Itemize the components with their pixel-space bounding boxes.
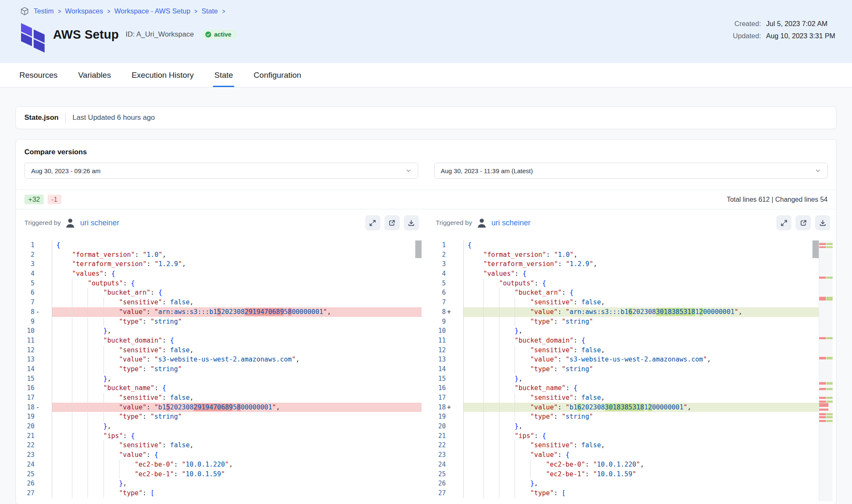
added-lines-badge: +32 [24, 195, 44, 204]
compare-versions-heading: Compare versions [16, 140, 836, 156]
scrollbar-thumb[interactable] [812, 240, 819, 258]
ruler-mark [819, 277, 833, 279]
compare-versions-card: Compare versions Aug 30, 2023 - 09:26 am… [16, 139, 836, 504]
diff-panel-right: Triggered by uri scheiner [431, 209, 833, 501]
ruler-mark [819, 246, 833, 248]
code-line: 11"bucket_domain": { [431, 336, 833, 346]
ruler-mark [819, 297, 833, 301]
workspace-dates: Created: Jul 5, 2023 7:02 AM Updated: Au… [733, 20, 835, 40]
code-line: 14"type": "string" [431, 364, 833, 374]
status-badge: active [202, 29, 237, 40]
workspace-tabs: Resources Variables Execution History St… [0, 63, 852, 87]
ruler-mark [819, 382, 833, 385]
code-line: 18-"value": "b15202308291947068958000000… [19, 403, 422, 412]
total-lines-summary: Total lines 612 | Changed lines 54 [727, 196, 828, 203]
code-editor-left[interactable]: 1{2"format_version": "1.0",3"terraform_v… [19, 240, 422, 501]
code-lines-left: 1{2"format_version": "1.0",3"terraform_v… [19, 240, 422, 498]
created-value: Jul 5, 2023 7:02 AM [766, 20, 835, 28]
code-line: 21"ips": { [19, 431, 422, 441]
code-line: 27"type": [ [431, 488, 833, 498]
download-button[interactable] [404, 215, 419, 230]
state-page: State.json Last Updated 6 hours ago Comp… [0, 87, 852, 504]
state-file-card: State.json Last Updated 6 hours ago [16, 106, 836, 129]
tab-configuration[interactable]: Configuration [254, 63, 301, 87]
code-editor-right[interactable]: 1{2"format_version": "1.0",3"terraform_v… [431, 240, 833, 501]
code-line: 4"values": { [19, 269, 422, 279]
code-line: 9"type": "string" [431, 317, 833, 327]
user-link[interactable]: uri scheiner [80, 219, 119, 227]
breadcrumb-item-workspaces[interactable]: Workspaces [65, 7, 103, 15]
created-label: Created: [733, 20, 761, 28]
download-button[interactable] [815, 215, 830, 230]
breadcrumb-separator: > [107, 8, 110, 15]
version-select-right[interactable]: Aug 30, 2023 - 11:39 am (Latest) [434, 163, 828, 179]
breadcrumb-item-workspace-aws-setup[interactable]: Workspace - AWS Setup [114, 7, 191, 15]
code-line: 16"bucket_name": { [19, 383, 422, 393]
user-avatar-icon [65, 217, 76, 228]
code-line: 16"bucket_name": { [431, 383, 833, 393]
breadcrumb-separator: > [194, 8, 197, 15]
scrollbar-thumb[interactable] [415, 240, 422, 258]
tab-state[interactable]: State [214, 63, 233, 87]
code-line: 19"type": "string" [19, 412, 422, 422]
ruler-mark [819, 397, 833, 399]
divider [65, 113, 66, 122]
tab-resources[interactable]: Resources [19, 63, 58, 87]
code-line: 8+"value": "arn:aws:s3:::b16202308301838… [431, 307, 833, 317]
updated-label: Updated: [733, 32, 761, 40]
breadcrumb-item-state[interactable]: State [202, 7, 218, 15]
code-lines-right: 1{2"format_version": "1.0",3"terraform_v… [431, 240, 833, 498]
code-line: 10}, [431, 326, 833, 336]
code-line: 24"ec2-be-0": "10.0.1.220", [19, 460, 422, 470]
code-line: 3"terraform_version": "1.2.9", [431, 259, 833, 269]
triggered-by-label: Triggered by [24, 219, 61, 227]
code-line: 6"bucket_arn": { [431, 288, 833, 298]
chevron-down-icon [406, 168, 411, 174]
code-line: 4"values": { [431, 269, 833, 279]
code-line: 11"bucket_domain": { [19, 336, 422, 346]
code-line: 27"type": [ [19, 488, 422, 498]
code-line: 26}, [431, 479, 833, 488]
breadcrumb-item-testim[interactable]: Testim [34, 7, 54, 15]
user-link[interactable]: uri scheiner [491, 219, 531, 227]
ruler-mark [819, 413, 833, 415]
breadcrumb-separator: > [58, 8, 61, 15]
code-line: 13"value": "s3-website-us-west-2.amazona… [19, 355, 422, 364]
user-avatar-icon [476, 217, 487, 228]
download-icon [408, 219, 415, 227]
version-select-left-value: Aug 30, 2023 - 09:26 am [31, 167, 101, 174]
code-line: 18+"value": "b16202308301838531812000000… [431, 403, 833, 412]
open-external-button[interactable] [796, 215, 811, 230]
ruler-mark [819, 243, 833, 245]
expand-button[interactable] [365, 215, 380, 230]
code-line: 5"outputs": { [431, 279, 833, 288]
code-line: 17"sensitive": false, [431, 393, 833, 403]
ruler-mark [819, 420, 833, 422]
code-line: 20}, [431, 422, 833, 431]
expand-icon [780, 219, 788, 227]
code-line: 22"sensitive": false, [431, 441, 833, 450]
code-line: 7"sensitive": false, [19, 298, 422, 307]
external-link-icon [388, 219, 395, 227]
code-line: 1{ [431, 240, 833, 250]
code-line: 5"outputs": { [19, 279, 422, 288]
code-line: 8-"value": "arn:aws:s3:::b15202308291947… [19, 307, 422, 317]
overview-ruler [819, 240, 833, 501]
tab-variables[interactable]: Variables [78, 63, 111, 87]
cube-icon [20, 7, 29, 16]
code-line: 23"value": { [19, 450, 422, 460]
updated-value: Aug 10, 2023 3:31 PM [766, 32, 835, 40]
open-external-button[interactable] [385, 215, 400, 230]
ruler-mark [819, 409, 833, 411]
code-line: 1{ [19, 240, 422, 250]
version-select-left[interactable]: Aug 30, 2023 - 09:26 am [24, 163, 418, 179]
code-line: 20}, [19, 422, 422, 431]
code-line: 22"sensitive": false, [19, 441, 422, 450]
check-circle-icon [205, 32, 211, 37]
tab-execution-history[interactable]: Execution History [132, 63, 194, 87]
diff-panel-left: Triggered by uri scheiner [19, 209, 422, 501]
breadcrumb: Testim > Workspaces > Workspace - AWS Se… [20, 7, 835, 16]
ruler-mark [819, 357, 833, 359]
expand-button[interactable] [776, 215, 791, 230]
version-select-right-value: Aug 30, 2023 - 11:39 am (Latest) [441, 167, 533, 174]
